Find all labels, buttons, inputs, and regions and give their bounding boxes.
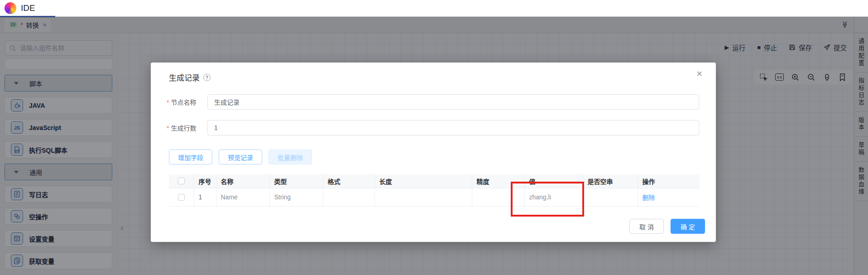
cancel-button[interactable]: 取 消 xyxy=(629,219,664,234)
node-name-input[interactable] xyxy=(207,94,699,110)
batch-delete-button[interactable]: 批量删除 xyxy=(269,150,312,164)
col-header-precision: 精度 xyxy=(472,174,524,188)
fields-table: 序号 名称 类型 格式 长度 精度 值 是否空串 操作 1 Name Strin… xyxy=(169,174,700,207)
cell-precision xyxy=(472,188,524,206)
table-row: 1 Name String zhang,li 删除 xyxy=(169,188,700,206)
col-header-format: 格式 xyxy=(323,174,374,188)
table-header-row: 序号 名称 类型 格式 长度 精度 值 是否空串 操作 xyxy=(169,174,700,188)
preview-records-button[interactable]: 预览记录 xyxy=(219,150,262,164)
delete-link[interactable]: 删除 xyxy=(643,194,655,201)
app-header: IDE xyxy=(0,0,868,17)
add-field-button[interactable]: 增加字段 xyxy=(169,150,212,164)
node-name-row: *节点名称 xyxy=(167,94,207,110)
cell-format xyxy=(323,188,374,206)
generate-records-dialog: 生成记录 ? × *节点名称 *生成行数 增加字段 预览记录 批量删除 序号 名… xyxy=(151,63,716,242)
cell-name: Name xyxy=(216,188,269,206)
help-icon[interactable]: ? xyxy=(203,74,211,81)
row-count-label: *生成行数 xyxy=(167,123,207,132)
col-header-index: 序号 xyxy=(194,174,216,188)
cell-index: 1 xyxy=(194,188,216,206)
app-title: IDE xyxy=(21,3,35,13)
confirm-button[interactable]: 确 定 xyxy=(671,219,705,234)
col-header-name: 名称 xyxy=(216,174,269,188)
cell-length xyxy=(374,188,472,206)
cell-type: String xyxy=(269,188,323,206)
row-checkbox[interactable] xyxy=(178,194,185,201)
table-actions: 增加字段 预览记录 批量删除 xyxy=(169,150,312,164)
app-logo-icon xyxy=(5,2,16,14)
node-name-label: *节点名称 xyxy=(167,97,207,106)
close-icon[interactable]: × xyxy=(696,68,702,80)
cell-is-empty xyxy=(583,188,638,206)
col-header-is-empty: 是否空串 xyxy=(583,174,638,188)
col-header-type: 类型 xyxy=(269,174,323,188)
required-mark: * xyxy=(167,125,169,132)
col-header-length: 长度 xyxy=(374,174,472,188)
dialog-title: 生成记录 ? xyxy=(169,72,211,83)
select-all-checkbox[interactable] xyxy=(178,178,185,184)
row-count-row: *生成行数 xyxy=(167,120,207,135)
cell-value: zhang,li xyxy=(524,188,583,206)
col-header-action: 操作 xyxy=(638,174,700,188)
col-header-value: 值 xyxy=(524,174,583,188)
row-count-input[interactable] xyxy=(207,120,699,135)
required-mark: * xyxy=(167,99,169,106)
